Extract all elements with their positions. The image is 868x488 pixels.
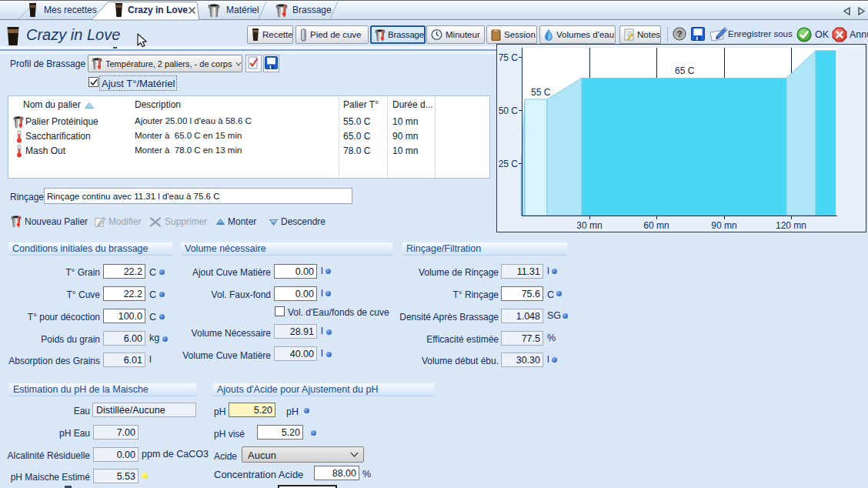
svg-text:60 mn: 60 mn — [643, 220, 669, 231]
svg-text:?: ? — [677, 29, 683, 38]
svg-text:50 C: 50 C — [499, 105, 519, 116]
svg-text:30 mn: 30 mn — [576, 220, 602, 231]
svg-text:90 mn: 90 mn — [711, 220, 736, 231]
svg-text:65 C: 65 C — [675, 65, 695, 76]
svg-text:120 mn: 120 mn — [776, 220, 806, 231]
svg-text:75 C: 75 C — [499, 52, 519, 63]
svg-text:25 C: 25 C — [499, 159, 519, 169]
svg-text:55 C: 55 C — [531, 87, 551, 98]
